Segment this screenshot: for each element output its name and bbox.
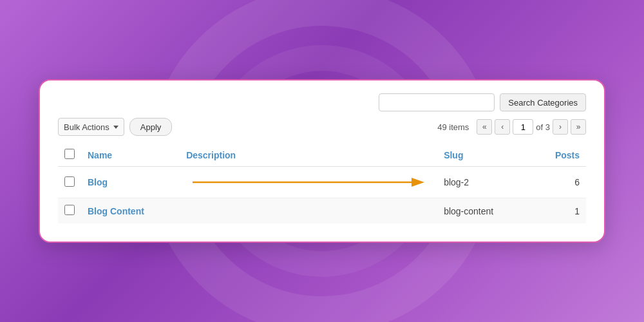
col-header-posts: Posts — [555, 150, 580, 160]
select-all-checkbox[interactable] — [64, 149, 75, 159]
row-checkbox[interactable] — [64, 205, 75, 215]
categories-panel: Search Categories Bulk Actions Apply 49 … — [39, 79, 605, 243]
category-posts-count: 6 — [536, 167, 586, 198]
category-slug: blog-2 — [437, 167, 536, 198]
col-header-slug: Slug — [444, 150, 463, 160]
items-count: 49 items — [437, 122, 469, 132]
bulk-actions-label: Bulk Actions — [64, 122, 109, 132]
apply-button[interactable]: Apply — [129, 118, 173, 136]
dropdown-arrow-icon — [113, 126, 118, 129]
prev-page-button[interactable]: ‹ — [495, 119, 510, 135]
table-header-row: Name Description Slug Posts — [58, 144, 586, 167]
categories-table: Name Description Slug Posts Blogblog-26B… — [58, 144, 586, 223]
category-description — [180, 198, 437, 224]
category-posts-count: 1 — [536, 198, 586, 224]
row-checkbox[interactable] — [64, 176, 75, 187]
category-slug: blog-content — [437, 198, 536, 224]
pagination: 49 items « ‹ of 3 › » — [437, 119, 586, 135]
table-row: Blog Contentblog-content1 — [58, 198, 586, 224]
annotation-arrow — [186, 173, 431, 191]
top-bar: Search Categories — [58, 93, 586, 111]
page-of-label: of 3 — [536, 122, 550, 132]
category-name[interactable]: Blog — [88, 177, 108, 187]
bulk-actions-wrapper: Bulk Actions Apply — [58, 118, 172, 136]
next-page-button[interactable]: › — [553, 119, 568, 135]
last-page-button[interactable]: » — [571, 119, 586, 135]
search-categories-button[interactable]: Search Categories — [500, 93, 586, 111]
table-row: Blogblog-26 — [58, 167, 586, 198]
page-number-input[interactable] — [513, 119, 533, 135]
category-description — [180, 167, 437, 198]
col-header-description: Description — [186, 150, 236, 160]
first-page-button[interactable]: « — [477, 119, 492, 135]
svg-marker-1 — [412, 178, 424, 187]
search-input[interactable] — [379, 93, 495, 111]
col-header-name: Name — [88, 150, 112, 160]
bulk-actions-select[interactable]: Bulk Actions — [58, 118, 124, 136]
action-bar: Bulk Actions Apply 49 items « ‹ of 3 › » — [58, 118, 586, 136]
category-name[interactable]: Blog Content — [88, 206, 144, 216]
